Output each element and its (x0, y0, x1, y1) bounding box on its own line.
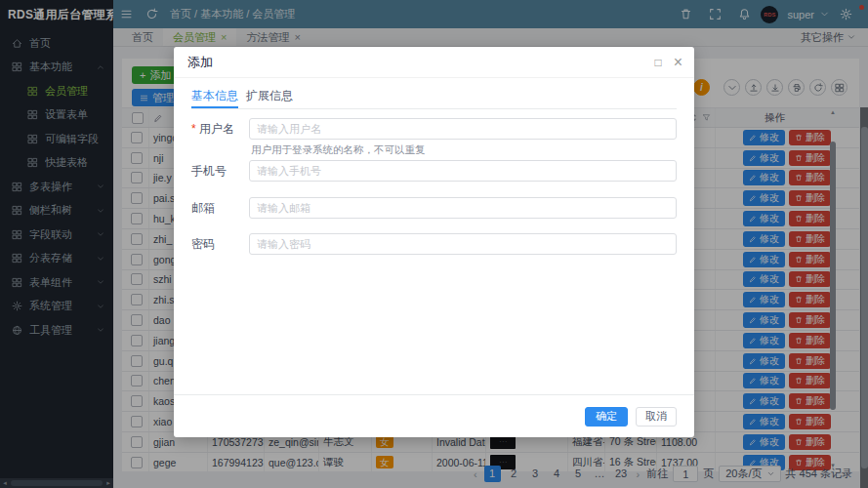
tabs-divider (191, 108, 677, 109)
dialog-header[interactable]: 添加 □ × (174, 47, 694, 78)
phone-label: 手机号 (191, 163, 246, 180)
confirm-button[interactable]: 确定 (585, 407, 628, 427)
cancel-button[interactable]: 取消 (636, 407, 677, 427)
maximize-icon[interactable]: □ (654, 56, 661, 69)
username-field[interactable] (249, 118, 677, 140)
tab-basic-info[interactable]: 基本信息 (191, 88, 238, 104)
add-dialog: 添加 □ × 基本信息 扩展信息 用户名 用户用于登录系统的名称，不可以重复 手… (174, 47, 694, 437)
dialog-title: 添加 (187, 54, 213, 71)
tab-extended-info[interactable]: 扩展信息 (246, 88, 293, 104)
phone-field[interactable] (249, 160, 677, 182)
password-label: 密码 (191, 236, 246, 253)
close-icon[interactable]: × (674, 55, 682, 70)
dialog-footer: 确定 取消 (174, 394, 694, 437)
email-field[interactable] (249, 197, 677, 219)
email-label: 邮箱 (191, 200, 246, 217)
username-label: 用户名 (191, 121, 246, 138)
password-field[interactable] (249, 233, 677, 255)
username-help-text: 用户用于登录系统的名称，不可以重复 (251, 143, 426, 157)
